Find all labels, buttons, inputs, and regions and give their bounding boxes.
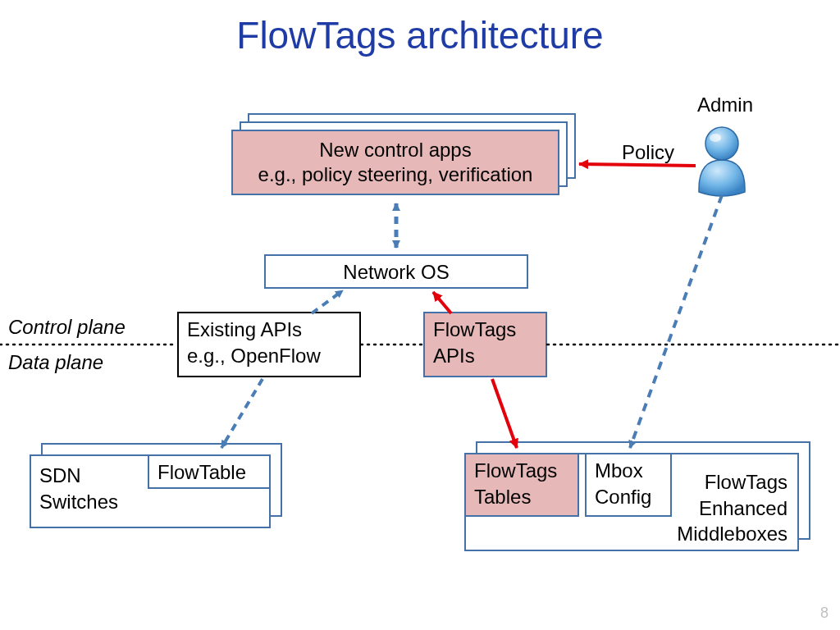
admin-to-middlebox-arrow (630, 195, 722, 448)
policy-arrow (579, 164, 696, 166)
middleboxes-enhanced-label: FlowTags Enhanced Middleboxes (677, 469, 788, 546)
existing-apis-to-sdn-arrow (221, 379, 262, 448)
mbox-config-box: Mbox Config (585, 453, 672, 517)
new-control-apps-box: New control apps e.g., policy steering, … (231, 130, 559, 195)
flowtags-apis-box: FlowTags APIs (423, 312, 547, 377)
page-title: FlowTags architecture (0, 13, 840, 57)
policy-label: Policy (622, 141, 674, 164)
existing-apis-to-os-arrow (312, 290, 343, 313)
admin-label: Admin (697, 94, 753, 116)
flowtags-apis-line2: APIs (433, 343, 537, 369)
data-plane-label: Data plane (8, 351, 103, 374)
flowtags-apis-line1: FlowTags (433, 317, 537, 343)
network-os-box: Network OS (264, 254, 528, 289)
flowtags-apis-to-os-arrow (433, 292, 451, 313)
flowtable-box: FlowTable (148, 454, 271, 489)
flowtags-apis-to-tables-arrow (492, 379, 517, 448)
svg-point-0 (705, 127, 738, 160)
svg-point-1 (710, 134, 721, 142)
existing-apis-line2: e.g., OpenFlow (187, 343, 351, 369)
existing-apis-box: Existing APIs e.g., OpenFlow (177, 312, 361, 377)
new-apps-line1: New control apps (241, 138, 550, 162)
page-number: 8 (820, 605, 829, 622)
control-plane-label: Control plane (8, 316, 126, 339)
flowtags-tables-box: FlowTags Tables (464, 453, 579, 517)
existing-apis-line1: Existing APIs (187, 317, 351, 343)
new-apps-line2: e.g., policy steering, verification (241, 162, 550, 187)
